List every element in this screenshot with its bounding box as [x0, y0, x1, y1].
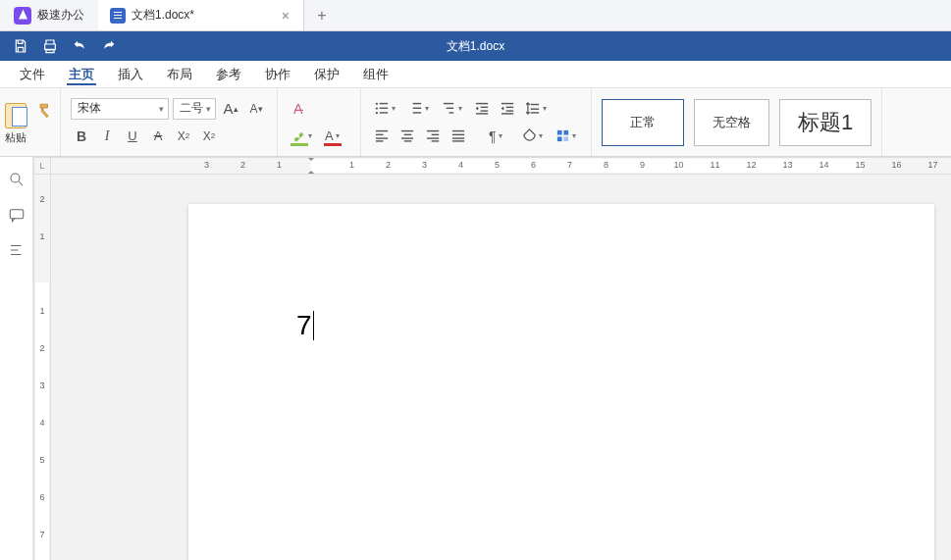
- align-justify-button[interactable]: [448, 126, 469, 147]
- svg-rect-35: [451, 130, 463, 131]
- strikethrough-button[interactable]: A: [147, 126, 169, 147]
- svg-rect-41: [557, 136, 562, 141]
- menu-insert[interactable]: 插入: [106, 61, 155, 87]
- print-button[interactable]: [35, 31, 65, 61]
- style-heading1[interactable]: 标题1: [779, 99, 872, 146]
- align-left-button[interactable]: [371, 126, 393, 147]
- align-right-button[interactable]: [422, 126, 444, 147]
- italic-button[interactable]: I: [96, 126, 118, 147]
- multilevel-list-button[interactable]: ▾: [438, 98, 467, 120]
- svg-point-2: [376, 107, 378, 109]
- superscript-button[interactable]: X2: [173, 126, 194, 147]
- number-list-button[interactable]: ▾: [404, 98, 434, 120]
- new-tab-button[interactable]: +: [304, 0, 340, 30]
- format-painter-button[interactable]: [34, 99, 58, 123]
- close-tab-button[interactable]: ×: [280, 9, 291, 23]
- menu-component[interactable]: 组件: [351, 61, 400, 87]
- ruler-corner: L: [33, 157, 51, 175]
- increase-indent-button[interactable]: [497, 98, 518, 120]
- decrease-indent-button[interactable]: [471, 98, 493, 120]
- side-panel: [0, 157, 33, 560]
- svg-rect-42: [563, 136, 568, 141]
- menu-bar: 文件 主页 插入 布局 参考 协作 保护 组件: [0, 61, 951, 88]
- document-tab[interactable]: 文档1.docx* ×: [98, 0, 304, 30]
- svg-rect-12: [475, 103, 487, 104]
- svg-rect-10: [447, 108, 454, 109]
- undo-button[interactable]: [65, 31, 94, 61]
- paste-label: 粘贴: [5, 130, 26, 145]
- svg-rect-28: [403, 134, 411, 135]
- shrink-font-button[interactable]: A▾: [245, 98, 267, 120]
- font-name-select[interactable]: 宋体▾: [71, 98, 169, 120]
- font-size-select[interactable]: 二号▾: [173, 98, 216, 120]
- svg-rect-29: [400, 137, 412, 138]
- menu-reference[interactable]: 参考: [204, 61, 253, 87]
- highlight-button[interactable]: ▾: [288, 126, 317, 147]
- svg-rect-32: [431, 134, 439, 135]
- outline-icon[interactable]: [8, 241, 26, 259]
- subscript-button[interactable]: X2: [198, 126, 220, 147]
- font-color-button[interactable]: A▾: [321, 126, 350, 147]
- search-icon[interactable]: [8, 171, 26, 188]
- app-tab-bar: 极速办公 文档1.docx* × +: [0, 0, 951, 31]
- document-tab-title: 文档1.docx*: [132, 7, 194, 24]
- svg-rect-7: [413, 108, 421, 109]
- quick-access-bar: 文档1.docx: [0, 31, 951, 61]
- font-color-group: A̶ ▾ A▾: [278, 88, 361, 156]
- svg-rect-5: [380, 112, 388, 113]
- svg-rect-21: [531, 109, 539, 110]
- line-spacing-button[interactable]: ▾: [522, 98, 552, 120]
- svg-rect-37: [451, 137, 463, 138]
- menu-layout[interactable]: 布局: [155, 61, 204, 87]
- show-marks-button[interactable]: ¶▾: [485, 126, 514, 147]
- svg-rect-40: [563, 130, 568, 135]
- svg-rect-3: [380, 108, 388, 109]
- shading-button[interactable]: ▾: [518, 126, 548, 147]
- text-cursor: [313, 311, 314, 340]
- svg-rect-20: [531, 104, 539, 105]
- svg-point-43: [11, 174, 20, 182]
- paragraph-group: ▾ ▾ ▾ ▾ ¶▾ ▾ ▾: [361, 88, 592, 156]
- horizontal-ruler[interactable]: L 321 1234567891011121314151617: [33, 157, 951, 175]
- save-button[interactable]: [6, 31, 35, 61]
- grow-font-button[interactable]: A▴: [220, 98, 241, 120]
- svg-rect-18: [505, 110, 513, 111]
- work-area: L 321 1234567891011121314151617 21123456…: [0, 157, 951, 560]
- svg-rect-24: [375, 134, 383, 135]
- style-normal[interactable]: 正常: [602, 99, 684, 146]
- document-column: L 321 1234567891011121314151617 21123456…: [33, 157, 951, 560]
- svg-rect-6: [413, 103, 421, 104]
- redo-button[interactable]: [94, 31, 124, 61]
- menu-file[interactable]: 文件: [8, 61, 57, 87]
- vertical-ruler[interactable]: 211234567: [33, 175, 51, 560]
- svg-rect-33: [426, 137, 438, 138]
- svg-rect-15: [475, 113, 487, 114]
- comments-icon[interactable]: [8, 206, 26, 224]
- app-home-tab[interactable]: 极速办公: [0, 0, 98, 30]
- svg-rect-8: [413, 112, 421, 113]
- menu-home[interactable]: 主页: [57, 61, 106, 87]
- indent-marker-icon[interactable]: [306, 157, 316, 175]
- underline-button[interactable]: U: [122, 126, 143, 147]
- bullet-list-button[interactable]: ▾: [371, 98, 400, 120]
- bold-button[interactable]: B: [71, 126, 92, 147]
- svg-rect-11: [449, 112, 454, 113]
- svg-rect-38: [451, 140, 463, 141]
- svg-rect-17: [505, 107, 513, 108]
- svg-rect-30: [403, 140, 411, 141]
- svg-rect-9: [444, 103, 453, 104]
- svg-rect-13: [480, 107, 488, 108]
- page-scroll-area[interactable]: 7: [51, 175, 951, 560]
- clipboard-group: 粘贴: [0, 88, 61, 156]
- style-nospace[interactable]: 无空格: [694, 99, 769, 146]
- borders-button[interactable]: ▾: [552, 126, 581, 147]
- document-page[interactable]: 7: [188, 204, 934, 560]
- svg-rect-44: [10, 210, 24, 219]
- menu-protect[interactable]: 保护: [302, 61, 351, 87]
- document-text[interactable]: 7: [296, 310, 314, 341]
- align-center-button[interactable]: [396, 126, 418, 147]
- svg-rect-14: [480, 110, 488, 111]
- paste-icon[interactable]: [3, 99, 28, 128]
- menu-collab[interactable]: 协作: [253, 61, 302, 87]
- clear-format-button[interactable]: A̶: [288, 98, 309, 120]
